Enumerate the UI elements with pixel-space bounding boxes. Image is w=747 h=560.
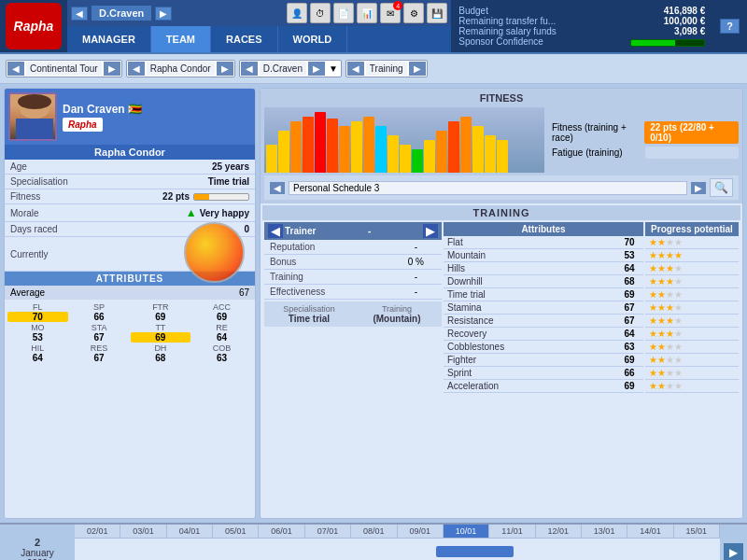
star-filled: ★ bbox=[666, 329, 674, 339]
timeline-date-item[interactable]: 06/01 bbox=[259, 525, 304, 538]
nav-manager[interactable]: MANAGER bbox=[67, 26, 151, 52]
timeline-date-item[interactable]: 13/01 bbox=[582, 525, 627, 538]
star-filled: ★ bbox=[657, 342, 666, 352]
timeline-date-item[interactable]: 08/01 bbox=[351, 525, 397, 538]
view-next-btn[interactable]: ▶ bbox=[409, 62, 426, 76]
stat-label-fitness: Fitness bbox=[5, 189, 98, 204]
chart-bar bbox=[266, 145, 277, 173]
star-filled: ★ bbox=[666, 263, 674, 273]
view-prev-btn[interactable]: ◀ bbox=[347, 62, 364, 76]
timeline-date-item[interactable]: 14/01 bbox=[627, 525, 673, 538]
fatigue-label: Fatigue (training) bbox=[552, 147, 623, 158]
attributes-grid: FL 70 SP 66 FTR 69 ACC 69 MO 53 STA 67 bbox=[5, 300, 255, 366]
timeline-date-item[interactable]: 09/01 bbox=[398, 525, 444, 538]
timeline-date-item[interactable]: 11/01 bbox=[489, 525, 535, 538]
stat-value-morale: ▲ Very happy bbox=[98, 204, 255, 222]
timeline-date-item[interactable]: 05/01 bbox=[213, 525, 259, 538]
timeline-date-item[interactable]: 10/01 bbox=[444, 525, 489, 538]
timeline-date-item[interactable]: 15/01 bbox=[674, 525, 720, 538]
star-empty: ★ bbox=[674, 289, 683, 300]
rider-name: Dan Craven 🇿🇼 bbox=[63, 103, 251, 116]
sponsor-confidence-bar bbox=[630, 39, 705, 47]
attr-acc: ACC 69 bbox=[191, 302, 252, 322]
timeline-end-controls: ▶ bbox=[720, 525, 747, 560]
trainer-label-bonus: Bonus bbox=[264, 255, 390, 270]
progress-panel: Progress potential ★★★★★★★★★★★★★★★★★★★★★… bbox=[645, 222, 739, 393]
icon-chart[interactable]: 📊 bbox=[357, 3, 377, 23]
timeline-selection-bar bbox=[436, 546, 514, 557]
chart-bar bbox=[400, 145, 411, 173]
nav-team[interactable]: TEAM bbox=[151, 26, 211, 52]
schedule-select[interactable]: Personal Schedule 3 bbox=[289, 181, 687, 195]
icon-person[interactable]: 👤 bbox=[287, 3, 307, 23]
player-prev-btn[interactable]: ◀ bbox=[71, 7, 88, 21]
timeline-date-item[interactable]: 04/01 bbox=[167, 525, 213, 538]
star-empty: ★ bbox=[674, 263, 683, 273]
rider-prev-btn[interactable]: ◀ bbox=[241, 62, 258, 76]
icon-doc[interactable]: 📄 bbox=[333, 3, 354, 23]
timeline-date-item[interactable]: 07/01 bbox=[305, 525, 351, 538]
trainer-label: Trainer bbox=[285, 226, 316, 236]
star-filled: ★ bbox=[649, 263, 657, 273]
progress-row: ★★★★ bbox=[645, 328, 739, 341]
attr-row-value: 66 bbox=[615, 367, 643, 380]
star-filled: ★ bbox=[649, 329, 657, 339]
attr-row-value: 63 bbox=[615, 341, 643, 354]
trainer-next-btn[interactable]: ▶ bbox=[423, 224, 438, 238]
help-button[interactable]: ? bbox=[720, 19, 740, 34]
tour-next-btn[interactable]: ▶ bbox=[104, 62, 120, 76]
timeline-next-btn[interactable]: ▶ bbox=[724, 543, 743, 560]
attr-list-row: Hills64 bbox=[444, 262, 643, 275]
player-next-btn[interactable]: ▶ bbox=[155, 7, 172, 21]
timeline-date-item[interactable]: 02/01 bbox=[75, 525, 120, 538]
attr-row-value: 70 bbox=[615, 236, 643, 249]
attr-row-label: Stamina bbox=[444, 301, 615, 315]
trainer-table: Reputation - Bonus 0 % Training - Effe bbox=[264, 240, 442, 300]
team-prev-btn[interactable]: ◀ bbox=[128, 62, 145, 76]
attr-cob: COB 63 bbox=[191, 343, 252, 363]
chart-bar bbox=[278, 131, 289, 173]
progress-stars: ★★★★ bbox=[645, 275, 739, 288]
spec-label2: Training bbox=[355, 304, 439, 314]
progress-row: ★★★★ bbox=[645, 301, 739, 315]
rider-next-btn[interactable]: ▶ bbox=[308, 62, 325, 76]
attr-tt: TT 69 bbox=[131, 323, 191, 343]
stat-value-spec: Time trial bbox=[98, 175, 255, 189]
training-attributes-panel: Attributes Flat70Mountain53Hills64Downhi… bbox=[444, 222, 643, 393]
attr-row-label: Acceleration bbox=[444, 380, 615, 393]
icon-save[interactable]: 💾 bbox=[427, 3, 447, 23]
timeline-date-item[interactable]: 12/01 bbox=[536, 525, 582, 538]
trainer-row-rep: Reputation - bbox=[264, 240, 442, 255]
attr-row-value: 53 bbox=[615, 249, 643, 262]
attr-row-value: 64 bbox=[615, 328, 643, 341]
timeline-track bbox=[75, 539, 720, 560]
attr-list-row: Time trial69 bbox=[444, 288, 643, 301]
fitness-value1: 22 pts (22/80 + 0/10) bbox=[644, 121, 739, 144]
trainer-label-rep: Reputation bbox=[264, 240, 390, 255]
star-filled: ★ bbox=[666, 315, 674, 326]
star-empty: ★ bbox=[674, 302, 683, 313]
schedule-search-icon[interactable]: 🔍 bbox=[710, 178, 733, 197]
timeline-scroll-area: 02/0103/0104/0105/0106/0107/0108/0109/01… bbox=[75, 525, 720, 560]
attr-list-row: Acceleration69 bbox=[444, 380, 643, 393]
schedule-next-btn[interactable]: ▶ bbox=[691, 182, 706, 194]
sponsor-confidence-fill bbox=[631, 40, 675, 46]
view-label: Training bbox=[366, 62, 407, 76]
rider-flag: ▼ bbox=[327, 63, 340, 74]
icon-settings[interactable]: ⚙ bbox=[403, 3, 424, 23]
tour-prev-btn[interactable]: ◀ bbox=[7, 62, 24, 76]
progress-stars: ★★★★ bbox=[645, 341, 739, 354]
progress-stars: ★★★★ bbox=[645, 328, 739, 341]
player-name-display: D.Craven bbox=[92, 6, 151, 21]
star-filled: ★ bbox=[657, 237, 666, 247]
nav-races[interactable]: RACES bbox=[211, 26, 278, 52]
icon-mail[interactable]: ✉4 bbox=[380, 3, 401, 23]
team-next-btn[interactable]: ▶ bbox=[217, 62, 233, 76]
icon-clock[interactable]: ⏱ bbox=[310, 3, 331, 23]
chart-bar bbox=[327, 119, 338, 173]
timeline-date-item[interactable]: 03/01 bbox=[120, 525, 166, 538]
nav-world[interactable]: WORLD bbox=[278, 26, 348, 52]
schedule-prev-btn[interactable]: ◀ bbox=[270, 182, 285, 194]
team-name: Rapha Condor bbox=[5, 145, 255, 160]
trainer-prev-btn[interactable]: ◀ bbox=[268, 224, 283, 238]
